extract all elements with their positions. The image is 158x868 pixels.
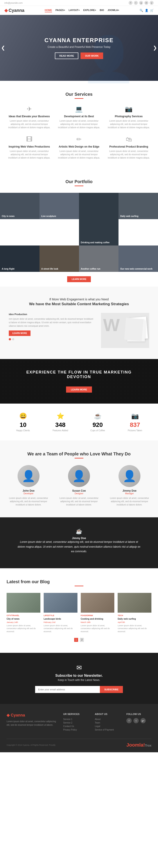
stats-section: 😀 10 Happy Clients ⭐ 348 Features Added …: [0, 404, 158, 440]
hero-section: 👤 ❮ CYANNA ENTERPRISE Create a Beautiful…: [0, 15, 158, 81]
social-circle-2[interactable]: t: [134, 1, 138, 5]
nav-bio[interactable]: BIO: [100, 8, 104, 12]
footer-link-s3[interactable]: Contact Us: [63, 725, 88, 727]
portfolio-divider: [74, 186, 84, 186]
stat-icon-3: ☕: [81, 412, 114, 420]
portfolio-cell-3[interactable]: Drinking and making coffee: [79, 193, 119, 246]
portfolio-cell-2[interactable]: Live sculpture: [39, 193, 79, 219]
portfolio-cell-6[interactable]: A street life look: [39, 246, 79, 272]
blog-image-4: [118, 593, 151, 613]
hero-ourwork-btn[interactable]: OUR WORK: [81, 53, 103, 59]
strategy-title: We have the Most Suitable Content Market…: [9, 302, 149, 306]
footer-link-s4[interactable]: Privacy Policy: [63, 728, 88, 731]
blog-card-4: Tech Daily web surfing April 5th Lorem i…: [118, 593, 151, 633]
portfolio-cell-7[interactable]: Another coffee run: [79, 246, 119, 272]
team-role-3: Manager: [107, 492, 151, 495]
blog-date-4: April 5th: [118, 621, 151, 623]
strategy-btn[interactable]: LEARN MORE: [9, 331, 31, 336]
portfolio-btn[interactable]: LEARN MORE: [67, 276, 91, 282]
service-item-1: ✈ Ideas that Elevate your Business Lorem…: [7, 105, 52, 129]
footer-desc: Lorem ipsum dolor sit amet, consectetur …: [7, 720, 57, 727]
team-role-1: Developer: [7, 492, 51, 495]
nav-explore[interactable]: EXPLORE+: [83, 8, 96, 12]
stat-icon-4: 📷: [119, 412, 151, 420]
portfolio-cell-1[interactable]: City in news: [0, 193, 39, 219]
newsletter-email-input[interactable]: [35, 686, 100, 693]
stat-item-1: 😀 10 Happy Clients: [7, 412, 39, 432]
stats-grid: 😀 10 Happy Clients ⭐ 348 Features Added …: [7, 412, 151, 432]
newsletter-submit-btn[interactable]: SUBSCRIBE: [100, 686, 123, 693]
footer-link-a3[interactable]: Legal: [95, 725, 120, 727]
nav-home[interactable]: HOME: [45, 8, 52, 12]
footer-social-icons: f t g+: [126, 718, 151, 723]
blog-post-title-3[interactable]: Cooking and drinking: [81, 617, 115, 620]
footer-link-a2[interactable]: Team: [95, 721, 120, 724]
nav-layout[interactable]: LAYOUT+: [69, 8, 80, 12]
blog-date-1: January 14th: [7, 621, 40, 623]
service-text-5: Lorem ipsum dolor sit amet, consectetur …: [56, 150, 102, 159]
strategy-w-letter: W: [103, 315, 120, 335]
team-desc-1: Lorem ipsum dolor sit amet, consectetur …: [7, 496, 51, 506]
footer-services-links: Service 1 Service 2 Contact Us Privacy P…: [63, 718, 88, 731]
portfolio-cell-5[interactable]: A long flight: [0, 246, 39, 272]
service-icon-3: 📷: [106, 105, 151, 113]
cart-icon[interactable]: 🛒: [150, 9, 154, 12]
social-circle-5[interactable]: y: [150, 1, 154, 5]
hero-prev-arrow[interactable]: ❮: [1, 45, 5, 51]
portfolio-label-5: A long flight: [2, 268, 14, 270]
service-item-5: ✏ Artistic Web Design on the Edge Lorem …: [56, 136, 102, 159]
footer-link-a1[interactable]: About: [95, 718, 120, 720]
portfolio-cell-4[interactable]: Daily web surfing: [119, 193, 158, 219]
blog-category-3: Food/Drink: [81, 614, 115, 617]
strategy-section: If More Web Engagement is what you Need …: [0, 286, 158, 359]
service-text-2: Lorem ipsum dolor sit amet, consectetur …: [56, 119, 102, 129]
footer-link-a4[interactable]: Service of Payment: [95, 728, 120, 731]
social-circle-4[interactable]: in: [145, 1, 148, 5]
nav-joomla[interactable]: JOOMLA+: [107, 8, 119, 12]
page-btn-2[interactable]: 2: [80, 638, 84, 642]
footer-gplus-icon[interactable]: g+: [140, 718, 146, 723]
team-member-1: 👤 John Doe Developer Lorem ipsum dolor s…: [7, 465, 51, 506]
user-icon[interactable]: 👤: [145, 9, 148, 12]
nav-pages[interactable]: PAGES+: [56, 8, 65, 12]
services-grid: ✈ Ideas that Elevate your Business Lorem…: [7, 105, 151, 159]
portfolio-label-8: Our new web commercial work: [120, 268, 153, 270]
dark-banner-line1: EXPERIENCE THE FLOW IN TRUE MARKETING: [7, 370, 151, 375]
service-title-4: Inspiring Web Video Productions: [7, 145, 52, 148]
newsletter-subtitle: Keep in Touch with the Latest News.: [7, 679, 151, 682]
footer-facebook-icon[interactable]: f: [126, 718, 132, 723]
blog-post-title-1[interactable]: City of news: [7, 617, 40, 620]
blog-text-2: Lorem ipsum dolor sit amet, consectetur …: [44, 624, 77, 633]
social-circle-3[interactable]: g: [139, 1, 143, 5]
service-item-2: 💻 Development at its Best Lorem ipsum do…: [56, 105, 102, 129]
dark-banner-section: EXPERIENCE THE FLOW IN TRUE MARKETING DE…: [0, 359, 158, 404]
hero-next-arrow[interactable]: ❯: [153, 45, 157, 51]
nav-logo[interactable]: ◆ Cyanna: [4, 8, 24, 13]
page-btn-1[interactable]: 1: [74, 638, 78, 642]
blog-image-3: [81, 593, 115, 613]
hero-readmore-btn[interactable]: READ MORE: [55, 53, 78, 59]
footer-twitter-icon[interactable]: t: [133, 718, 139, 723]
stat-number-3: 920: [81, 422, 114, 428]
footer-link-s1[interactable]: Service 1: [63, 718, 88, 720]
newsletter-icon: ✉: [7, 664, 151, 672]
stat-label-3: Cups of Coffee: [81, 429, 114, 432]
stat-item-4: 📷 837 Pictures Taken: [119, 412, 151, 432]
social-circle-1[interactable]: f: [129, 1, 132, 5]
stat-number-2: 348: [44, 422, 77, 428]
portfolio-row-2: A long flight A street life look Another…: [0, 246, 158, 272]
dark-banner-btn[interactable]: LEARN MORE: [66, 386, 92, 393]
team-name-2: Susan Coe: [57, 489, 101, 492]
dark-banner-line2: DEVOTION: [7, 375, 151, 379]
portfolio-label-3: Drinking and making coffee: [81, 241, 109, 244]
strategy-dots: [9, 338, 94, 340]
blog-post-title-4[interactable]: Daily web surfing: [118, 617, 151, 620]
testimonial-name: Jimmy Doe: [18, 537, 140, 540]
blog-post-title-2[interactable]: Landscape birds: [44, 617, 77, 620]
footer-link-s2[interactable]: Service 2: [63, 721, 88, 724]
portfolio-cell-8[interactable]: Our new web commercial work: [119, 246, 158, 272]
search-icon[interactable]: 🔍: [139, 9, 143, 12]
service-item-6: 🛍 Professional Product Branding Lorem ip…: [106, 136, 151, 159]
services-title: Our Services: [7, 92, 151, 97]
navbar: ◆ Cyanna HOME PAGES+ LAYOUT+ EXPLORE+ BI…: [0, 6, 158, 15]
